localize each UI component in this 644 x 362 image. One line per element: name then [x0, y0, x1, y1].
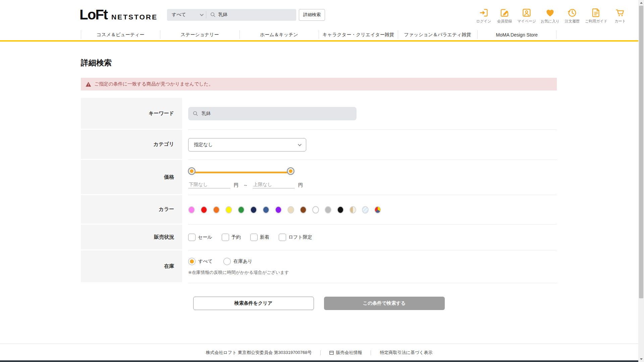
- login-link[interactable]: ログイン: [476, 8, 492, 24]
- color-swatch-navy[interactable]: [250, 206, 257, 214]
- stock-label: 在庫: [81, 250, 182, 283]
- search-with-conditions-button[interactable]: この条件で検索する: [324, 297, 445, 310]
- stock-options: すべて 在庫あり: [188, 258, 557, 265]
- radio-stock-available[interactable]: 在庫あり: [223, 258, 253, 265]
- form-row-category: カテゴリ 指定なし: [81, 130, 557, 160]
- logo-store-text: NETSTORE: [111, 13, 158, 21]
- clear-conditions-button[interactable]: 検索条件をクリア: [193, 297, 314, 310]
- footer-legal-label: 特定商取引法に基づく表示: [380, 350, 432, 356]
- chevron-down-icon: [298, 142, 302, 146]
- header-quick-links: ログイン 会員登録 マイページ: [476, 6, 628, 24]
- color-swatch-green[interactable]: [238, 206, 245, 214]
- checkbox-icon[interactable]: [250, 234, 258, 241]
- color-swatch-yellow[interactable]: [225, 206, 232, 214]
- category-select[interactable]: 指定なし: [188, 138, 306, 152]
- mypage-icon: [522, 8, 532, 18]
- nav-item-moma[interactable]: MoMA Design Store: [477, 29, 556, 40]
- category-content: 指定なし: [188, 130, 557, 160]
- login-label: ログイン: [476, 19, 491, 24]
- header-search: すべて 乳鉢 詳細検索: [167, 9, 325, 21]
- login-icon: [479, 8, 489, 18]
- order-history-label: 注文履歴: [565, 19, 580, 24]
- nav-item-fashion-variety[interactable]: ファッション＆バラエティ雑貨: [398, 29, 477, 40]
- color-swatch-red[interactable]: [201, 206, 207, 214]
- color-swatch-blue[interactable]: [263, 206, 269, 214]
- main-content: 詳細検索 ご指定の条件に一致する商品が見つかりませんでした。 キーワード: [81, 58, 557, 310]
- mypage-label: マイページ: [517, 19, 536, 24]
- search-category-select[interactable]: すべて: [167, 12, 206, 18]
- footer-company-text: 株式会社ロフト 東京都公安委員会 第303319700768号: [206, 350, 312, 356]
- guide-link[interactable]: ご利用ガイド: [585, 8, 607, 24]
- color-swatch-clear[interactable]: [362, 206, 369, 214]
- checkbox-sale-label: セール: [198, 234, 212, 240]
- nav-item-character-goods[interactable]: キャラクター・クリエイター雑貨: [319, 29, 398, 40]
- register-label: 会員登録: [497, 19, 512, 24]
- nav-item-stationery[interactable]: ステーショナリー: [160, 29, 239, 40]
- color-swatch-black[interactable]: [337, 206, 344, 214]
- checkbox-icon[interactable]: [222, 234, 229, 241]
- form-row-price: 価格 円 ～ 円: [81, 160, 557, 195]
- checkbox-loft-limited[interactable]: ロフト限定: [279, 234, 312, 241]
- header-search-value: 乳鉢: [218, 12, 228, 18]
- cart-link[interactable]: カート: [612, 8, 628, 24]
- form-row-stock: 在庫 すべて 在庫あり ※在庫情報の反映に時間がかかる場合がございます: [81, 250, 557, 283]
- price-min-input[interactable]: [188, 181, 230, 188]
- mypage-link[interactable]: マイページ: [517, 8, 536, 24]
- radio-unselected-icon[interactable]: [223, 258, 231, 265]
- color-swatch-beige[interactable]: [287, 206, 294, 214]
- form-row-color: カラー: [81, 195, 557, 225]
- footer-divider: [371, 350, 371, 355]
- color-swatch-purple[interactable]: [275, 206, 282, 214]
- footer-divider: [320, 350, 321, 355]
- keyword-input[interactable]: 乳鉢: [188, 107, 357, 120]
- checkbox-icon[interactable]: [279, 234, 286, 241]
- loft-logo[interactable]: LoFt NETSTORE: [79, 7, 158, 23]
- warning-icon: [86, 82, 91, 87]
- search-icon: [210, 12, 216, 17]
- color-swatch-gray[interactable]: [325, 206, 331, 214]
- color-swatch-gold[interactable]: [350, 206, 356, 214]
- price-content: 円 ～ 円: [188, 160, 557, 195]
- checkbox-icon[interactable]: [188, 234, 196, 241]
- nav-item-home-kitchen[interactable]: ホーム＆キッチン: [239, 29, 319, 40]
- header-search-input[interactable]: 乳鉢: [206, 12, 296, 18]
- footer-company-info-link[interactable]: 販売会社情報: [329, 350, 362, 356]
- order-history-link[interactable]: 注文履歴: [564, 8, 580, 24]
- color-swatch-pink[interactable]: [188, 206, 195, 214]
- detail-search-button[interactable]: 詳細検索: [299, 9, 325, 21]
- checkbox-preorder-label: 予約: [231, 234, 241, 240]
- register-link[interactable]: 会員登録: [496, 8, 513, 24]
- form-actions: 検索条件をクリア この条件で検索する: [81, 297, 557, 310]
- favorites-label: お気に入り: [541, 19, 559, 24]
- color-swatch-brown[interactable]: [300, 206, 307, 214]
- color-swatch-white[interactable]: [312, 206, 319, 214]
- category-selected-value: 指定なし: [194, 142, 213, 148]
- price-max-input[interactable]: [253, 181, 295, 188]
- bottom-bar: [0, 360, 638, 362]
- price-slider-min-handle[interactable]: [189, 168, 195, 174]
- footer-company-info-label: 販売会社情報: [336, 350, 362, 356]
- radio-selected-icon[interactable]: [188, 258, 196, 265]
- footer-legal-link[interactable]: 特定商取引法に基づく表示: [380, 350, 432, 356]
- scroll-up-button[interactable]: [638, 0, 644, 6]
- scrollbar-thumb[interactable]: [639, 6, 643, 298]
- header-search-bar: すべて 乳鉢: [167, 9, 296, 21]
- price-min-unit: 円: [234, 182, 238, 188]
- store-icon: [329, 351, 334, 355]
- scrollbar[interactable]: [638, 0, 644, 362]
- nav-item-cosmetics[interactable]: コスメ＆ビューティー: [81, 29, 160, 40]
- search-form: キーワード 乳鉢 カテゴリ 指定なし: [81, 98, 557, 283]
- price-max-unit: 円: [298, 182, 303, 188]
- checkbox-preorder[interactable]: 予約: [222, 234, 241, 241]
- search-category-value: すべて: [172, 12, 186, 18]
- price-slider-track[interactable]: [192, 172, 290, 173]
- checkbox-sale[interactable]: セール: [188, 234, 212, 241]
- scroll-down-button[interactable]: [638, 356, 644, 362]
- checkbox-new[interactable]: 新着: [250, 234, 269, 241]
- price-slider-max-handle[interactable]: [288, 168, 293, 174]
- favorites-link[interactable]: お気に入り: [541, 8, 559, 24]
- color-swatch-multicolor[interactable]: [374, 206, 381, 214]
- radio-stock-all-label: すべて: [198, 258, 213, 264]
- radio-stock-all[interactable]: すべて: [188, 258, 213, 265]
- color-swatch-orange[interactable]: [213, 206, 220, 214]
